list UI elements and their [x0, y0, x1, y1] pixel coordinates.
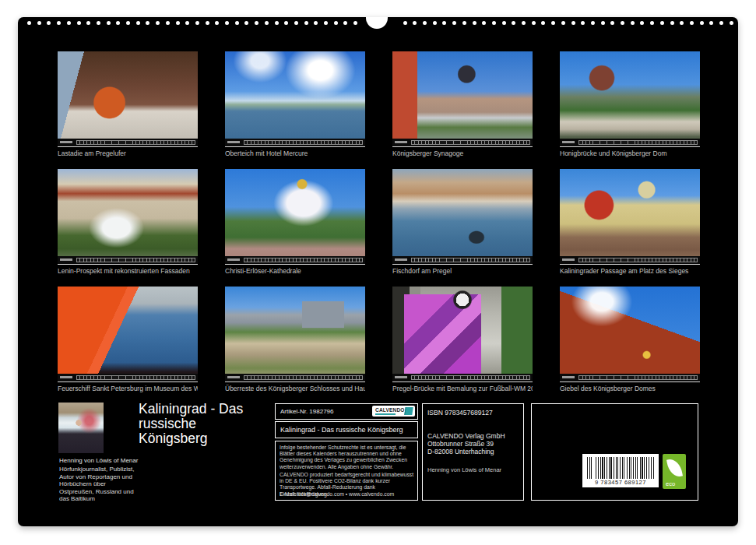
mini-month-label: [227, 258, 240, 261]
author-photo: [58, 403, 104, 453]
barcode-digits: 9 783457 689127: [582, 479, 659, 486]
product-title-box: Kaliningrad - Das russische Königsberg: [275, 421, 418, 438]
binding-hole: [442, 21, 446, 25]
calendar-page: Lastadie am Pregelufer Oberteich mit Hot…: [18, 17, 738, 526]
binding-hole: [215, 21, 219, 25]
binding-hole: [265, 21, 269, 25]
binding-hole: [433, 21, 437, 25]
binding-hole: [482, 21, 486, 25]
binding-hole: [541, 21, 545, 25]
month-preview-grid: Lastadie am Pregelufer Oberteich mit Hot…: [58, 51, 700, 394]
mini-day-cells: [76, 258, 195, 262]
binding-hole: [206, 21, 209, 25]
binding-hole: [610, 21, 614, 25]
calvendo-logo-text: CALVENDO: [375, 407, 405, 413]
leaf-icon: [666, 458, 683, 479]
mini-calendar-strip: [560, 256, 700, 264]
binding-hole: [403, 21, 407, 25]
thumbnail-caption: Lastadie am Pregelufer: [58, 149, 198, 157]
mini-month-label: [562, 141, 575, 143]
binding-hole: [512, 21, 515, 25]
thumbnail-photo: [560, 169, 700, 265]
binding-hole: [235, 21, 239, 25]
binding-hole: [730, 21, 733, 25]
calendar-month-thumbnail: Giebel des Königsberger Domes: [560, 287, 700, 394]
calendar-month-thumbnail: Fischdorf am Pregel: [392, 169, 533, 276]
binding-hole: [136, 21, 140, 25]
binding-hole: [176, 21, 180, 25]
binding-hole: [334, 21, 338, 25]
binding-hole: [640, 21, 644, 25]
binding-hole: [581, 21, 585, 25]
binding-hole: [601, 21, 605, 25]
binding-hole: [255, 21, 258, 25]
mini-calendar-strip: [225, 256, 365, 264]
ean-barcode: 9 783457 689127: [582, 454, 659, 487]
legal-text-box: Infolge bestehender Schutzrechte ist es …: [275, 441, 418, 501]
mini-calendar-strip: [58, 256, 198, 264]
mini-day-cells: [578, 375, 698, 380]
binding-hole: [522, 21, 526, 25]
binding-hole: [67, 21, 71, 25]
binding-hole: [621, 21, 624, 25]
binding-hole: [304, 21, 308, 25]
calendar-month-thumbnail: Honigbrücke und Königsberger Dom: [560, 51, 700, 159]
mini-calendar-strip: [392, 374, 533, 382]
binding-hole: [709, 21, 713, 25]
binding-hole: [413, 21, 417, 25]
calendar-title: Kaliningrad - Das russische Königsberg: [139, 402, 263, 446]
barcode-bars: [587, 457, 654, 479]
binding-hole: [185, 21, 189, 25]
thumbnail-caption: Pregel-Brücke mit Bemalung zur Fußball-W…: [392, 385, 533, 392]
thumbnail-photo: [392, 51, 533, 147]
mini-month-label: [395, 141, 407, 143]
binding-hole: [86, 21, 90, 25]
calvendo-logo: CALVENDO: [372, 406, 415, 417]
thumbnail-photo: [560, 51, 700, 147]
mini-calendar-strip: [225, 374, 365, 382]
binding-hole: [591, 21, 595, 25]
binding-hole: [719, 21, 723, 25]
publisher-city: D-82008 Unterhaching: [427, 448, 505, 455]
thumbnail-photo: [58, 169, 198, 265]
contact-email-line: E-Mail: info@calvendo.com • www.calvendo…: [280, 491, 394, 497]
mini-day-cells: [244, 140, 363, 145]
calendar-month-thumbnail: Kaliningrader Passage am Platz des Siege…: [560, 169, 700, 276]
binding-hole: [462, 21, 466, 25]
binding-hole: [107, 21, 111, 25]
binding-hole: [275, 21, 279, 25]
binding-hole: [353, 21, 357, 25]
calendar-month-thumbnail: Pregel-Brücke mit Bemalung zur Fußball-W…: [392, 287, 533, 394]
thumbnail-caption: Lenin-Prospekt mit rekonstruierten Fassa…: [58, 267, 198, 275]
binding-hole: [343, 21, 347, 25]
calendar-month-thumbnail: Christi-Erlöser-Kathedrale: [225, 169, 365, 276]
binding-hole: [660, 21, 664, 25]
binding-hole: [126, 21, 130, 25]
binding-hole: [452, 21, 456, 25]
mini-month-label: [227, 376, 240, 378]
calendar-month-thumbnail: Überreste des Königsberger Schlosses und…: [225, 287, 365, 394]
thumbnail-caption: Oberteich mit Hotel Mercure: [225, 149, 365, 157]
mini-calendar-strip: [560, 374, 700, 382]
thumbnail-photo: [225, 51, 365, 147]
binding-hole: [314, 21, 318, 25]
binding-hole: [146, 21, 149, 25]
mini-calendar-strip: [392, 256, 533, 264]
publisher-address: CALVENDO Verlag GmbH Ottobrunner Straße …: [427, 432, 505, 455]
calendar-month-thumbnail: Oberteich mit Hotel Mercure: [225, 51, 365, 159]
binding-hole: [284, 21, 288, 25]
binding-hole: [423, 21, 427, 25]
binding-hole: [195, 21, 199, 25]
eco-badge: eco: [663, 454, 686, 489]
mini-month-label: [60, 141, 72, 143]
binding-hole: [116, 21, 120, 25]
mini-calendar-strip: [225, 139, 365, 146]
mini-month-label: [227, 141, 240, 143]
binding-hole: [690, 21, 694, 25]
binding-hole: [225, 21, 229, 25]
publisher-street: Ottobrunner Straße 39: [427, 440, 505, 448]
thumbnail-caption: Kaliningrader Passage am Platz des Siege…: [560, 267, 700, 275]
thumbnail-photo: [392, 287, 533, 382]
calvendo-book-icon: [404, 407, 413, 415]
binding-hole: [156, 21, 160, 25]
